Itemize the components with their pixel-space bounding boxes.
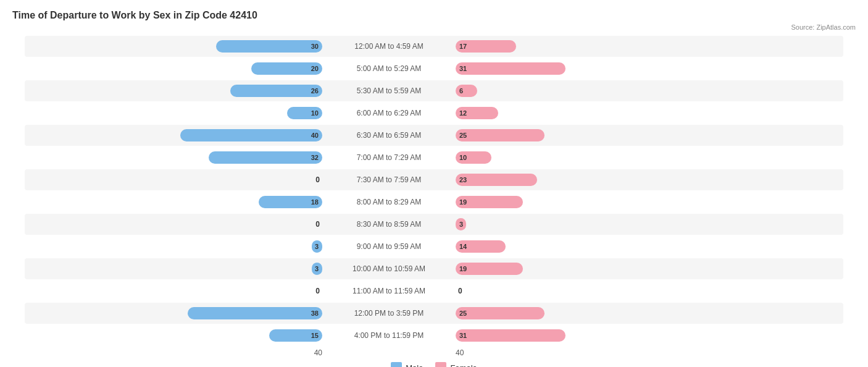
female-bar-container: 31 [456,329,843,342]
female-bar: 14 [456,240,506,253]
female-section: 14 [451,240,843,253]
male-bar: 18 [259,196,323,208]
table-row: 0 11:00 AM to 11:59 AM 0 [25,281,843,302]
female-bar: 31 [456,329,565,342]
table-row: 40 6:30 AM to 6:59 AM 25 [25,125,843,146]
table-row: 30 12:00 AM to 4:59 AM 17 [25,36,843,57]
male-bar-container: 40 [25,129,322,141]
female-bar-container: 25 [456,129,843,141]
male-section: 15 [25,329,327,342]
female-zero: 0 [458,287,470,295]
female-bar-container: 14 [456,240,843,253]
female-bar: 31 [456,62,565,75]
table-row: 15 4:00 PM to 11:59 PM 31 [25,325,843,346]
legend-female: Female [435,362,477,367]
legend: Male Female [12,362,856,367]
female-bar: 12 [456,107,498,119]
female-bar-container: 6 [456,85,843,97]
male-bar: 20 [251,62,322,75]
male-section: 10 [25,107,327,119]
male-zero: 0 [307,287,320,295]
male-zero: 0 [307,220,320,229]
table-row: 0 8:30 AM to 8:59 AM 3 [25,214,843,235]
female-bar-container: 10 [456,151,843,164]
female-section: 12 [451,107,843,119]
female-section: 6 [451,85,843,97]
male-section: 3 [25,263,327,275]
female-bar-container: 12 [456,107,843,119]
time-label: 6:00 AM to 6:29 AM [327,109,451,117]
table-row: 10 6:00 AM to 6:29 AM 12 [25,103,843,124]
time-label: 8:00 AM to 8:29 AM [327,198,451,206]
legend-female-icon [435,362,446,367]
male-bar-container: 10 [25,107,322,119]
female-section: 31 [451,62,843,75]
axis-left-label: 40 [25,348,327,357]
male-zero: 0 [307,175,320,184]
male-bar-container: 15 [25,329,322,342]
time-label: 6:30 AM to 6:59 AM [327,131,451,140]
male-section: 18 [25,196,327,208]
time-label: 4:00 PM to 11:59 PM [327,331,451,340]
male-section: 3 [25,240,327,253]
male-bar-container: 3 [25,240,322,253]
female-bar-container: 19 [456,196,843,208]
female-section: 25 [451,129,843,141]
male-section: 26 [25,85,327,97]
table-row: 3 9:00 AM to 9:59 AM 14 [25,236,843,257]
female-bar: 17 [456,40,516,53]
page-title: Time of Departure to Work by Sex in Zip … [12,10,856,21]
male-bar: 32 [209,151,322,164]
female-bar: 25 [456,129,545,141]
time-label: 7:30 AM to 7:59 AM [327,175,451,184]
female-bar-container: 17 [456,40,843,53]
male-bar-container: 20 [25,62,322,75]
male-bar: 15 [269,329,322,342]
male-bar-container: 18 [25,196,322,208]
legend-female-label: Female [450,363,477,368]
time-label: 12:00 AM to 4:59 AM [327,42,451,51]
female-section: 0 [451,287,843,295]
male-bar: 3 [312,263,322,275]
female-section: 10 [451,151,843,164]
male-bar: 3 [312,240,322,253]
male-section: 32 [25,151,327,164]
legend-male: Male [391,362,423,367]
male-section: 40 [25,129,327,141]
source-label: Source: ZipAtlas.com [12,23,856,31]
time-label: 5:00 AM to 5:29 AM [327,64,451,73]
axis-right-label: 40 [451,348,843,357]
male-section: 20 [25,62,327,75]
table-row: 18 8:00 AM to 8:29 AM 19 [25,192,843,213]
time-label: 7:00 AM to 7:29 AM [327,153,451,162]
female-section: 25 [451,307,843,319]
female-bar: 6 [456,85,477,97]
female-bar-container: 25 [456,307,843,319]
female-bar: 19 [456,196,523,208]
time-label: 12:00 PM to 3:59 PM [327,309,451,318]
axis-row: 40 40 [25,348,843,357]
female-bar: 3 [456,218,466,230]
female-section: 19 [451,263,843,275]
male-bar: 10 [287,107,323,119]
male-section: 0 [25,175,327,184]
time-label: 5:30 AM to 5:59 AM [327,86,451,95]
female-section: 3 [451,218,843,230]
table-row: 38 12:00 PM to 3:59 PM 25 [25,303,843,324]
table-row: 0 7:30 AM to 7:59 AM 23 [25,169,843,190]
male-bar-container: 3 [25,263,322,275]
male-bar-container: 0 [25,175,322,184]
female-bar: 10 [456,151,491,164]
male-bar-container: 32 [25,151,322,164]
time-label: 10:00 AM to 10:59 AM [327,264,451,273]
male-bar: 38 [188,307,323,319]
female-bar: 19 [456,263,523,275]
male-bar-container: 30 [25,40,322,53]
male-bar-container: 26 [25,85,322,97]
female-section: 19 [451,196,843,208]
female-bar-container: 31 [456,62,843,75]
time-label: 11:00 AM to 11:59 AM [327,287,451,295]
female-section: 17 [451,40,843,53]
female-bar: 25 [456,307,545,319]
female-bar: 23 [456,174,537,186]
